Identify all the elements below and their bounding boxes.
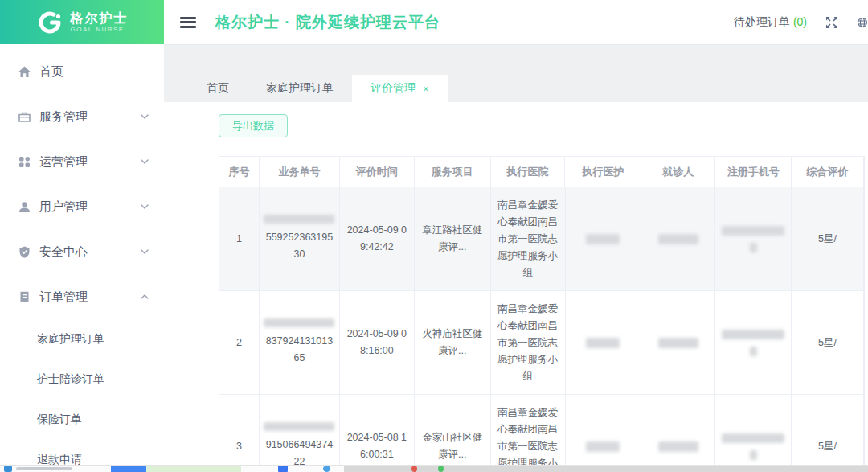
sidebar: 格尔护士 GOAL NURSE 首页 服务管理 运营管理 xyxy=(0,0,164,472)
table-body: 1559252363195302024-05-09 09:42:42章江路社区健… xyxy=(219,187,864,472)
chevron-down-icon xyxy=(140,157,149,166)
cell-medical-staff xyxy=(566,291,642,395)
sidebar-item-service-mgmt[interactable]: 服务管理 xyxy=(0,94,164,139)
taskbar-tray-icon[interactable] xyxy=(438,466,444,472)
sidebar-subitem-family-care-orders[interactable]: 家庭护理订单 xyxy=(0,319,164,359)
redacted-block xyxy=(264,215,334,224)
hamburger-menu-icon[interactable] xyxy=(180,17,196,28)
sidebar-item-operations-mgmt[interactable]: 运营管理 xyxy=(0,139,164,184)
redacted-block xyxy=(586,441,620,452)
cell-hospital: 南昌章金媛爱心奉献团南昌市第一医院志愿护理服务小组 xyxy=(491,291,566,395)
sidebar-item-user-mgmt[interactable]: 用户管理 xyxy=(0,184,164,229)
redacted-block xyxy=(722,433,784,443)
close-icon[interactable]: × xyxy=(423,84,429,94)
sidebar-item-label: 安全中心 xyxy=(39,244,140,260)
redacted-block xyxy=(586,234,620,244)
briefcase-icon xyxy=(18,110,31,124)
col-header-hospital: 执行医院 xyxy=(491,157,566,187)
sidebar-item-label: 订单管理 xyxy=(39,289,140,305)
taskbar-tray[interactable] xyxy=(344,466,868,472)
pending-orders-count: (0) xyxy=(793,15,807,28)
globe-icon[interactable] xyxy=(857,15,868,30)
logo-subtitle: GOAL NURSE xyxy=(71,26,129,33)
shield-icon xyxy=(18,245,31,259)
col-header-patient: 就诊人 xyxy=(641,157,715,187)
redacted-block xyxy=(750,347,757,356)
tab-home[interactable]: 首页 xyxy=(188,75,248,102)
chevron-down-icon xyxy=(140,247,149,257)
tab-review-management[interactable]: 评价管理 × xyxy=(352,75,448,102)
content-panel: 导出数据 序号 业务单号 评价时间 服务项目 执行医院 执行医护 就诊人 注册手… xyxy=(164,102,868,472)
cell-rating: 5星/ xyxy=(792,291,864,395)
taskbar-app-icon[interactable] xyxy=(278,466,288,472)
cell-service-item: 金家山社区健康评... xyxy=(415,395,491,472)
grid-icon xyxy=(18,155,31,169)
col-header-phone: 注册手机号 xyxy=(715,157,792,187)
pending-orders-label: 待处理订单 xyxy=(734,15,790,28)
fullscreen-icon[interactable] xyxy=(825,15,839,30)
redacted-block xyxy=(264,318,334,327)
col-header-review-time: 评价时间 xyxy=(340,157,415,187)
taskbar-tray-icon[interactable] xyxy=(411,466,417,472)
tab-bar: 首页 家庭护理订单 评价管理 × xyxy=(164,75,868,102)
export-data-button[interactable]: 导出数据 xyxy=(219,114,288,137)
table-row[interactable]: 3915066494374222024-05-08 16:00:31金家山社区健… xyxy=(219,395,864,472)
sidebar-subitem-insurance-orders[interactable]: 保险订单 xyxy=(0,400,164,440)
system-taskbar[interactable] xyxy=(0,465,868,472)
page-title: 格尔护士 · 院外延续护理云平台 xyxy=(215,12,440,33)
table-row[interactable]: 2837924131013652024-05-09 08:16:00火神庙社区健… xyxy=(219,291,864,395)
app-logo: 格尔护士 GOAL NURSE xyxy=(0,0,164,44)
redacted-block xyxy=(658,441,698,452)
redacted-block xyxy=(658,234,698,244)
redacted-block xyxy=(722,226,784,236)
cell-patient xyxy=(641,187,715,291)
cell-patient xyxy=(641,291,715,395)
taskbar-active-window[interactable] xyxy=(111,466,146,472)
redacted-block xyxy=(658,338,698,348)
pending-orders-link[interactable]: 待处理订单 (0) xyxy=(734,15,807,30)
goal-nurse-logo-icon xyxy=(36,9,63,36)
review-table: 序号 业务单号 评价时间 服务项目 执行医院 执行医护 就诊人 注册手机号 综合… xyxy=(219,156,865,472)
cell-phone xyxy=(715,187,792,291)
col-header-rating: 综合评价 xyxy=(792,157,864,187)
sidebar-item-label: 首页 xyxy=(39,64,149,80)
tab-family-care-orders[interactable]: 家庭护理订单 xyxy=(248,75,352,102)
col-header-index: 序号 xyxy=(219,157,260,187)
chevron-down-icon xyxy=(140,112,149,121)
cell-phone xyxy=(715,291,792,395)
tab-label: 评价管理 xyxy=(371,81,416,96)
tab-label: 家庭护理订单 xyxy=(266,81,334,96)
logo-title: 格尔护士 xyxy=(71,11,129,26)
tab-label: 首页 xyxy=(207,81,229,96)
sidebar-subitem-nurse-escort-orders[interactable]: 护士陪诊订单 xyxy=(0,359,164,400)
cell-order-no: 83792413101365 xyxy=(260,291,340,395)
cell-service-item: 章江路社区健康评... xyxy=(415,187,491,291)
table-row[interactable]: 1559252363195302024-05-09 09:42:42章江路社区健… xyxy=(219,187,864,291)
cell-review-time: 2024-05-09 08:16:00 xyxy=(340,291,415,395)
taskbar-app-icon[interactable] xyxy=(4,466,12,472)
sidebar-item-label: 用户管理 xyxy=(39,199,140,215)
document-icon xyxy=(18,290,31,304)
sidebar-item-order-mgmt[interactable]: 订单管理 xyxy=(0,274,164,319)
chevron-up-icon xyxy=(140,292,149,302)
col-header-service-item: 服务项目 xyxy=(415,157,491,187)
sidebar-item-security-center[interactable]: 安全中心 xyxy=(0,229,164,274)
col-header-medical-staff: 执行医护 xyxy=(565,157,641,187)
sidebar-subitem-label: 保险订单 xyxy=(37,412,82,427)
sidebar-subitem-label: 护士陪诊订单 xyxy=(37,372,104,387)
cell-index: 2 xyxy=(219,291,260,395)
sidebar-item-label: 服务管理 xyxy=(39,109,140,125)
cell-review-time: 2024-05-09 09:42:42 xyxy=(340,187,415,291)
redacted-block xyxy=(586,338,620,348)
redacted-block xyxy=(722,330,784,339)
table-header-row: 序号 业务单号 评价时间 服务项目 执行医院 执行医护 就诊人 注册手机号 综合… xyxy=(219,157,864,187)
cell-index: 3 xyxy=(219,395,260,472)
main-content: 首页 家庭护理订单 评价管理 × 导出数据 序号 业务单号 评价时间 服务项目 … xyxy=(164,45,868,472)
sidebar-item-home[interactable]: 首页 xyxy=(0,49,164,94)
taskbar-app-icon[interactable] xyxy=(323,466,330,472)
sidebar-item-label: 运营管理 xyxy=(39,154,140,170)
cell-patient xyxy=(641,395,715,472)
cell-review-time: 2024-05-08 16:00:31 xyxy=(340,395,415,472)
cell-hospital: 南昌章金媛爱心奉献团南昌市第一医院志愿护理服务小组 xyxy=(491,187,566,291)
taskbar-window[interactable] xyxy=(146,466,241,472)
